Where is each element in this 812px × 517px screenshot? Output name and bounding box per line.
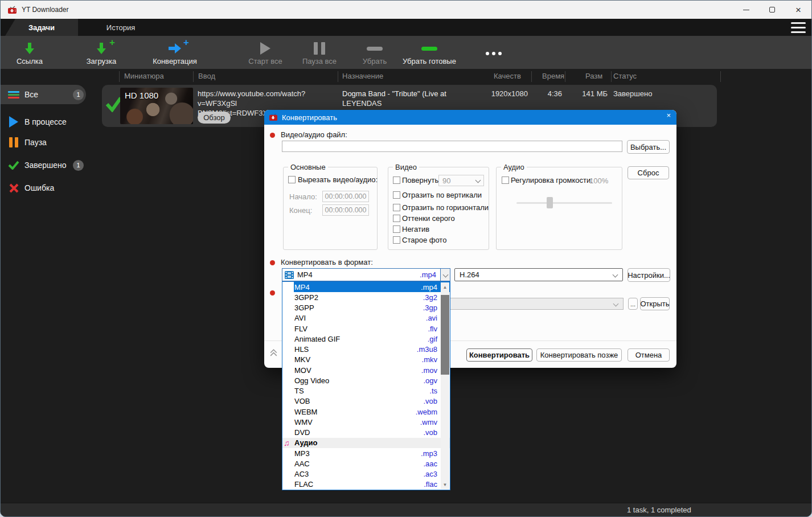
format-list-item[interactable]: AAC.aac xyxy=(282,458,450,469)
file-path-input[interactable] xyxy=(282,141,622,152)
minimize-button[interactable] xyxy=(733,1,759,19)
menu-icon[interactable] xyxy=(791,22,806,33)
close-button[interactable]: × xyxy=(785,1,811,19)
remove-done-button[interactable]: Убрать готовые xyxy=(401,39,457,67)
format-combobox[interactable]: MP4 .mp4 xyxy=(282,268,450,281)
scrollbar-thumb[interactable] xyxy=(441,295,449,375)
convert-later-button[interactable]: Конвертировать позже xyxy=(536,348,622,362)
grayscale-checkbox[interactable] xyxy=(393,215,400,222)
flip-vertical-checkbox[interactable] xyxy=(393,191,400,199)
add-conversion-button[interactable]: + Конвертация xyxy=(149,39,201,67)
format-ext: .avi xyxy=(426,314,437,322)
end-time-input[interactable]: 00:00:00.000 xyxy=(322,204,369,216)
format-list-item[interactable]: HLS.m3u8 xyxy=(282,344,450,355)
format-name: HLS xyxy=(294,345,309,354)
app-window: YT Downloader × Задачи История Ссылка + … xyxy=(0,0,812,517)
format-list-item[interactable]: FLV.flv xyxy=(282,323,450,334)
rotate-checkbox[interactable] xyxy=(393,177,400,184)
start-all-button[interactable]: Старт все xyxy=(244,39,286,67)
col-destination[interactable]: Назначение xyxy=(342,72,383,80)
format-list-item[interactable]: VOB.vob xyxy=(282,396,450,407)
format-list-item[interactable]: Animated GIF.gif xyxy=(282,334,450,344)
required-dot xyxy=(270,133,275,138)
dialog-close-icon[interactable]: × xyxy=(666,111,671,120)
format-name: MP3 xyxy=(294,449,310,458)
format-list-item[interactable]: AC3.ac3 xyxy=(282,469,450,479)
start-time-input[interactable]: 00:00:00.000 xyxy=(322,191,369,202)
format-selected-ext: .mp4 xyxy=(420,270,436,279)
format-list-item[interactable]: DVD.vob xyxy=(282,428,450,438)
add-download-button[interactable]: + Загрузка xyxy=(80,39,122,67)
format-name: MP4 xyxy=(294,283,310,292)
ellipsis-icon xyxy=(486,46,502,61)
format-list-item[interactable]: MP4.mp4 xyxy=(282,282,450,292)
tab-history[interactable]: История xyxy=(78,19,163,36)
format-name: AAC xyxy=(294,459,310,468)
format-list-item[interactable]: MP3.mp3 xyxy=(282,448,450,458)
add-link-button[interactable]: Ссылка xyxy=(10,39,50,67)
count-badge: 1 xyxy=(73,89,84,100)
format-list-item[interactable]: WMV.wmv xyxy=(282,417,450,427)
format-label: Конвертировать в формат: xyxy=(281,258,373,266)
browse-output-button[interactable]: ... xyxy=(628,298,638,310)
format-ext: .ts xyxy=(429,387,437,395)
col-status[interactable]: Статус xyxy=(613,72,637,80)
format-list-item[interactable]: MOV.mov xyxy=(282,365,450,375)
format-ext: .aac xyxy=(423,459,437,468)
app-logo-icon xyxy=(269,113,278,121)
group-video: Видео Повернуть: 90 Отразить по вертикал… xyxy=(388,167,489,250)
sidebar-item-all[interactable]: Все 1 xyxy=(1,85,86,104)
flip-horizontal-checkbox[interactable] xyxy=(393,204,400,211)
format-dropdown-list: MP4.mp43GPP2.3g23GPP.3gpAVI.aviFLV.flvAn… xyxy=(282,281,450,490)
volume-checkbox[interactable] xyxy=(502,177,509,184)
volume-slider-handle[interactable] xyxy=(547,197,553,208)
col-size[interactable]: Разм xyxy=(585,72,602,80)
pause-icon xyxy=(7,136,20,149)
format-list-scrollbar[interactable]: ▲ ▼ xyxy=(441,282,449,489)
format-list-item[interactable]: TS.ts xyxy=(282,386,450,396)
tab-tasks[interactable]: Задачи xyxy=(5,19,78,36)
choose-file-button[interactable]: Выбрать... xyxy=(627,140,670,154)
codec-combobox[interactable]: H.264 xyxy=(454,268,623,281)
format-list-item[interactable]: Ogg Video.ogv xyxy=(282,375,450,385)
download-plus-icon: + xyxy=(95,41,108,56)
negative-checkbox[interactable] xyxy=(393,225,400,233)
collapse-chevrons-icon[interactable] xyxy=(269,348,278,358)
video-thumbnail[interactable]: HD 1080 xyxy=(120,88,193,124)
cut-checkbox[interactable] xyxy=(288,176,296,183)
size-cell: 141 МБ xyxy=(560,89,608,98)
format-list-item[interactable]: 3GPP2.3g2 xyxy=(282,292,450,302)
format-list-item[interactable]: WEBM.webm xyxy=(282,407,450,417)
format-name: MOV xyxy=(294,366,311,375)
col-quality[interactable]: Качеств xyxy=(494,72,521,80)
dialog-titlebar: Конвертировать × xyxy=(264,110,676,125)
cancel-button[interactable]: Отмена xyxy=(628,348,670,362)
col-input[interactable]: Ввод xyxy=(198,72,215,80)
format-name: DVD xyxy=(294,428,310,437)
chevron-down-icon xyxy=(613,301,619,307)
combo-arrow[interactable] xyxy=(440,269,450,281)
format-list-item[interactable]: FLAC.flac xyxy=(282,479,450,490)
convert-button[interactable]: Конвертировать xyxy=(466,348,532,362)
col-time[interactable]: Время xyxy=(542,72,564,80)
pause-all-button[interactable]: Пауза все xyxy=(298,39,341,67)
old-photo-checkbox[interactable] xyxy=(393,236,400,244)
codec-settings-button[interactable]: Настройки... xyxy=(628,268,670,282)
remove-button[interactable]: Убрать xyxy=(354,39,396,67)
browse-button[interactable]: Обзор xyxy=(198,112,231,124)
open-folder-button[interactable]: Открыть xyxy=(640,297,670,310)
col-thumbnail[interactable]: Миниатюра xyxy=(124,72,164,80)
remove-dash-icon xyxy=(367,41,383,56)
convert-arrow-icon: + xyxy=(167,41,182,56)
rotate-select[interactable]: 90 xyxy=(438,175,484,186)
scroll-up-icon[interactable]: ▲ xyxy=(441,282,449,292)
format-list-item[interactable]: AVI.avi xyxy=(282,313,450,323)
format-name: VOB xyxy=(294,397,310,405)
maximize-button[interactable] xyxy=(759,1,785,19)
reset-button[interactable]: Сброс xyxy=(628,166,669,179)
tabbar: Задачи История xyxy=(1,19,811,36)
format-list-item[interactable]: MKV.mkv xyxy=(282,355,450,365)
format-list-item[interactable]: 3GPP.3gp xyxy=(282,303,450,313)
scroll-down-icon[interactable]: ▼ xyxy=(441,480,449,489)
more-actions-button[interactable] xyxy=(480,39,507,67)
